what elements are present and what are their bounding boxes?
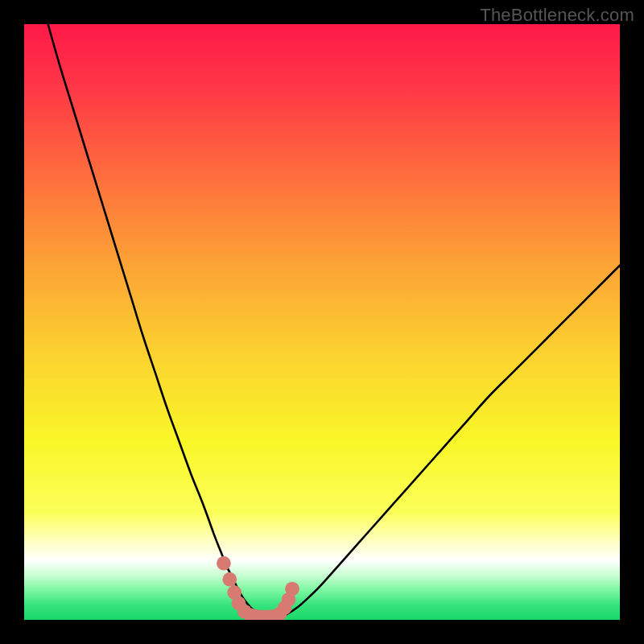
- watermark-text: TheBottleneck.com: [480, 5, 634, 26]
- gradient-rect: [24, 24, 620, 620]
- background-gradient: [24, 24, 620, 620]
- plot-area: [24, 24, 620, 620]
- chart-frame: TheBottleneck.com: [0, 0, 644, 644]
